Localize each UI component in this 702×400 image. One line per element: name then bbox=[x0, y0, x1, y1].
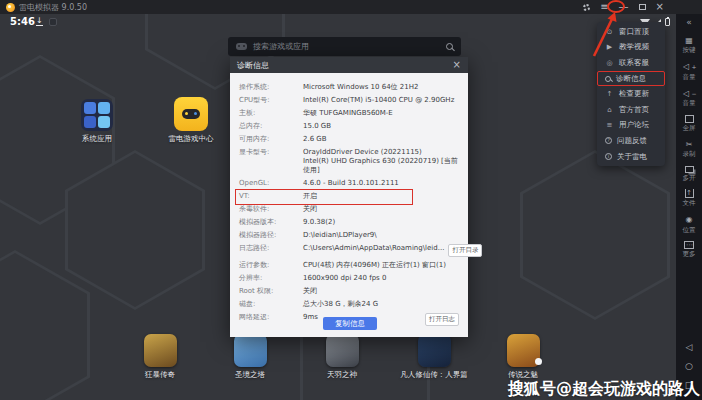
menu-item[interactable]: ⌂ 官方首页 bbox=[597, 102, 665, 118]
menu-item-label: 用户论坛 bbox=[619, 120, 649, 130]
row-label: 杀毒软件: bbox=[239, 205, 303, 214]
menu-item-label: 关于雷电 bbox=[617, 152, 647, 162]
menu-item[interactable]: ≡ 用户论坛 bbox=[597, 118, 665, 134]
home-nav-icon[interactable]: ○ bbox=[685, 362, 693, 371]
toolbar-item[interactable]: 多开 bbox=[681, 166, 696, 183]
toolbar-item[interactable]: ⋯ 更多 bbox=[681, 241, 696, 259]
about-icon: i bbox=[605, 153, 612, 160]
window-title: 雷电模拟器 9.0.50 bbox=[19, 2, 87, 13]
location-icon: ◉ bbox=[685, 215, 694, 225]
toolbar-item-label: 音量 bbox=[683, 73, 696, 82]
menu-item[interactable]: 诊断信息 bbox=[597, 71, 665, 87]
notification-app-icon bbox=[49, 18, 57, 26]
desktop-app[interactable]: 传说之魅 bbox=[486, 334, 560, 380]
diagnostic-row: 模拟器路径: D:\leidian\LDPlayer9\ bbox=[239, 231, 459, 240]
diagnostic-row: 杀毒软件: 关闭 bbox=[239, 205, 459, 214]
desktop-app[interactable]: 天羽之神 bbox=[305, 334, 379, 380]
app-icon[interactable] bbox=[507, 334, 540, 367]
open-directory-button[interactable]: 打开日志 bbox=[425, 313, 459, 326]
diagnostic-row: OpenGL: 4.6.0 - Build 31.0.101.2111 bbox=[239, 179, 459, 188]
desktop-app-system[interactable]: 系统应用 bbox=[74, 99, 120, 144]
desktop-app[interactable]: 凡人修仙传：人界篇 bbox=[397, 334, 471, 380]
menu-item[interactable]: i 关于雷电 bbox=[597, 149, 665, 165]
row-value: 1600x900 dpi 240 fps 0 bbox=[303, 274, 459, 283]
row-value: 关闭 bbox=[303, 287, 459, 296]
file-install-icon: ↑ bbox=[685, 189, 694, 198]
row-value: D:\leidian\LDPlayer9\ bbox=[303, 231, 459, 240]
volume-up-icon: ◁ bbox=[681, 62, 690, 72]
more-icon: ⋯ bbox=[684, 241, 694, 249]
dialog-close-icon[interactable]: × bbox=[453, 60, 461, 70]
toolbar-item-label: 多开 bbox=[683, 174, 696, 183]
app-label: 狂暴传奇 bbox=[123, 370, 197, 380]
row-value: C:\Users\Admin\AppData\Roaming\leid... bbox=[303, 244, 444, 253]
toolbar-item[interactable]: ◉ 位置 bbox=[681, 215, 696, 235]
app-icon[interactable] bbox=[326, 334, 359, 367]
row-value: OrayIddDriver Device (20221115)Intel(R) … bbox=[303, 148, 459, 175]
row-value: 9.0.38(2) bbox=[303, 218, 459, 227]
collapse-sidebar-icon[interactable]: « bbox=[686, 17, 692, 27]
toolbar-item[interactable]: ✂ 录制 bbox=[681, 139, 696, 159]
diagnostic-row: 显卡型号: OrayIddDriver Device (20221115)Int… bbox=[239, 148, 459, 175]
row-label: 运行参数: bbox=[239, 261, 303, 270]
app-icon[interactable] bbox=[418, 334, 451, 367]
copy-info-button[interactable]: 复制信息 bbox=[323, 317, 377, 330]
toolbar-items: ▦ 按键 ◁ + 音量 ◁ − bbox=[681, 35, 696, 266]
row-value: 2.6 GB bbox=[303, 135, 459, 144]
ldplayer-logo bbox=[6, 3, 15, 12]
dialog-body: 操作系统: Microsoft Windows 10 64位 21H2 CPU型… bbox=[230, 73, 468, 337]
dialog-titlebar[interactable]: 诊断信息 × bbox=[230, 57, 468, 73]
toolbar-item[interactable]: ◁ + 音量 bbox=[681, 62, 696, 82]
toolbar-item-label: 全屏 bbox=[683, 124, 696, 133]
toolbar-item[interactable]: ◁ − 音量 bbox=[681, 88, 696, 108]
close-button[interactable]: × bbox=[656, 2, 664, 12]
row-label: 磁盘: bbox=[239, 300, 303, 309]
search-input[interactable]: 搜索游戏或应用 bbox=[228, 37, 461, 56]
download-icon: ↓ bbox=[36, 17, 43, 26]
diagnostic-row: 运行参数: CPU(4核) 内存(4096M) 正在运行(1) 窗口(1) bbox=[239, 261, 459, 270]
toolbar-item[interactable]: ▦ 按键 bbox=[681, 35, 696, 55]
row-label: 模拟器版本: bbox=[239, 218, 303, 227]
row-value: 关闭 bbox=[303, 205, 459, 214]
battery-icon bbox=[665, 18, 670, 26]
row-label: 可用内存: bbox=[239, 135, 303, 144]
maximize-button[interactable] bbox=[639, 4, 646, 10]
menu-item[interactable]: ↑ 检查更新 bbox=[597, 86, 665, 102]
toolbar-item[interactable]: ↑ 文件 bbox=[681, 189, 696, 208]
game-center-icon[interactable] bbox=[174, 97, 208, 131]
desktop-app[interactable]: 圣境之塔 bbox=[213, 334, 287, 380]
clock: 5:46 bbox=[10, 16, 35, 27]
system-apps-folder-icon[interactable] bbox=[81, 99, 113, 131]
row-value: 总大小38 G，剩余24 G bbox=[303, 300, 459, 309]
app-icon[interactable] bbox=[144, 334, 177, 367]
toolbar-item-label: 音量 bbox=[683, 99, 696, 108]
row-label: 总内存: bbox=[239, 122, 303, 131]
row-value: CPU(4核) 内存(4096M) 正在运行(1) 窗口(1) bbox=[303, 261, 459, 270]
menu-item-label: 窗口置顶 bbox=[619, 27, 649, 37]
gamepad-icon bbox=[236, 43, 247, 50]
scissors-icon: ✂ bbox=[685, 139, 694, 149]
desktop-app[interactable]: 狂暴传奇 bbox=[123, 334, 197, 380]
annotation-red-arrow bbox=[588, 9, 622, 61]
open-directory-button[interactable]: 打开目录 bbox=[448, 244, 482, 257]
row-value: 华硕 TUFGAMINGB560M-E bbox=[303, 109, 459, 118]
back-icon[interactable]: ◁ bbox=[686, 343, 693, 352]
toolbar-item[interactable]: 全屏 bbox=[681, 115, 696, 133]
diagnostic-row: 日志路径: C:\Users\Admin\AppData\Roaming\lei… bbox=[239, 244, 459, 257]
search-icon[interactable] bbox=[446, 43, 453, 50]
magnifier-icon bbox=[605, 76, 611, 82]
app-label: 天羽之神 bbox=[305, 370, 379, 380]
right-toolbar: « ▦ 按键 ◁ + 音量 bbox=[676, 14, 702, 400]
row-value: 15.0 GB bbox=[303, 122, 459, 131]
app-label: 雷电游戏中心 bbox=[160, 134, 222, 144]
menu-item[interactable]: ? 问题反馈 bbox=[597, 133, 665, 149]
desktop-app-game-center[interactable]: 雷电游戏中心 bbox=[160, 97, 222, 144]
app-label: 凡人修仙传：人界篇 bbox=[397, 370, 471, 380]
diagnostic-row: Root 权限: 关闭 bbox=[239, 287, 459, 296]
menu-item-label: 教学视频 bbox=[619, 42, 649, 52]
fullscreen-icon bbox=[685, 115, 694, 123]
keyboard-icon: ▦ bbox=[685, 35, 694, 45]
toolbar-item-label: 更多 bbox=[683, 250, 696, 259]
search-placeholder: 搜索游戏或应用 bbox=[253, 41, 440, 52]
app-icon[interactable] bbox=[234, 334, 267, 367]
